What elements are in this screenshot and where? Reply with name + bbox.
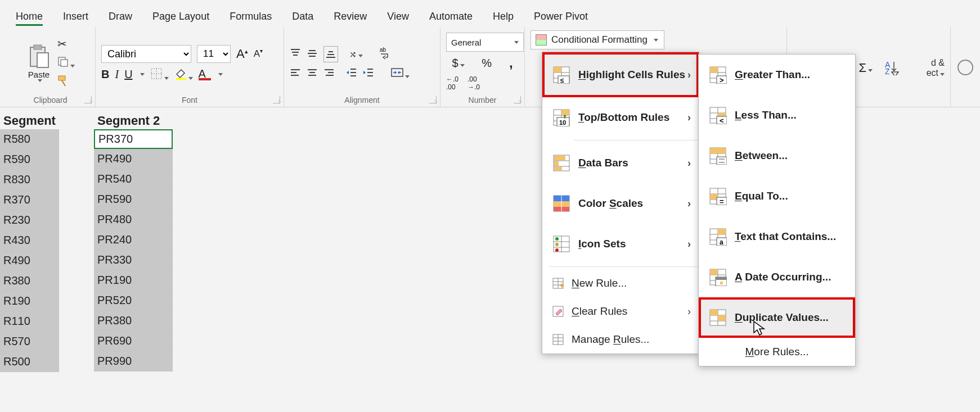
text-contains-icon: a [709, 228, 727, 246]
tab-automate[interactable]: Automate [419, 5, 483, 27]
wrap-text-icon[interactable]: ab [380, 46, 392, 62]
font-color-button[interactable]: A [199, 67, 211, 82]
cell[interactable]: PR480 [94, 210, 173, 230]
tab-power-pivot[interactable]: Power Pivot [524, 5, 598, 27]
column-segment-1: Segment 1 R580 R590 R830 R370 R230 R430 … [0, 112, 59, 372]
cell[interactable]: PR240 [94, 230, 173, 250]
menu-color-scales[interactable]: Color Scales› [542, 183, 699, 224]
menu-more-rules[interactable]: More Rules... [699, 338, 855, 366]
cell[interactable]: PR990 [94, 351, 173, 372]
menu-new-rule[interactable]: ✦ New Rule... [542, 269, 699, 297]
manage-rules-icon [552, 334, 564, 345]
decrease-decimal-icon[interactable]: .00→.0 [467, 75, 480, 91]
cell[interactable]: PR690 [94, 331, 173, 351]
bold-button[interactable]: B [101, 68, 109, 81]
align-middle-icon[interactable] [307, 48, 318, 61]
format-painter-icon[interactable] [57, 75, 75, 89]
align-top-icon[interactable] [290, 48, 301, 61]
menu-less-than[interactable]: < Less Than... [699, 95, 855, 135]
data-bars-icon [552, 154, 570, 172]
tab-insert[interactable]: Insert [53, 5, 98, 27]
cell[interactable]: R380 [0, 271, 59, 291]
cell[interactable]: PR520 [94, 291, 173, 311]
cell[interactable]: PR590 [94, 189, 173, 210]
alignment-launcher[interactable] [429, 96, 437, 103]
menu-manage-rules[interactable]: Manage Rules... [542, 325, 699, 354]
align-bottom-icon[interactable] [323, 46, 338, 62]
align-right-icon[interactable] [323, 67, 335, 80]
menu-equal-to[interactable]: = Equal To... [699, 176, 855, 216]
number-format-select[interactable]: General [446, 33, 524, 52]
cell[interactable]: PR380 [94, 311, 173, 331]
menu-top-bottom-rules[interactable]: 10 Top/Bottom Rules› [542, 97, 699, 138]
borders-button[interactable] [150, 67, 169, 82]
cut-icon[interactable]: ✂ [57, 37, 75, 51]
currency-button[interactable]: $ [452, 57, 464, 70]
cell[interactable]: R490 [0, 251, 59, 271]
align-left-icon[interactable] [290, 67, 301, 80]
cell[interactable]: R430 [0, 230, 59, 251]
menu-between[interactable]: Between... [699, 135, 855, 176]
comma-button[interactable]: , [509, 55, 513, 71]
menu-icon-sets[interactable]: Icon Sets› [542, 224, 699, 264]
cell[interactable]: R370 [0, 190, 59, 210]
cell[interactable]: PR190 [94, 270, 173, 291]
font-name-select[interactable]: Calibri [101, 45, 191, 63]
cell[interactable]: R230 [0, 210, 59, 230]
tab-formulas[interactable]: Formulas [219, 5, 282, 27]
menu-greater-than[interactable]: > Greater Than... [699, 55, 855, 95]
cell[interactable]: R190 [0, 291, 59, 311]
decrease-indent-icon[interactable] [346, 67, 357, 80]
conditional-formatting-button[interactable]: Conditional Formatting [531, 30, 664, 49]
menu-text-contains[interactable]: a Text that Contains... [699, 216, 855, 257]
cell[interactable]: R590 [0, 150, 59, 170]
svg-rect-2 [37, 53, 48, 67]
tab-view[interactable]: View [377, 5, 419, 27]
percent-button[interactable]: % [482, 57, 492, 70]
tab-help[interactable]: Help [483, 5, 524, 27]
addins-icon[interactable] [956, 58, 974, 78]
svg-rect-65 [554, 167, 562, 170]
decrease-font-icon[interactable]: A▾ [254, 48, 263, 60]
cell[interactable]: R500 [0, 352, 59, 372]
font-launcher[interactable] [273, 96, 280, 103]
merge-center-icon[interactable] [391, 67, 410, 80]
menu-highlight-cells-rules[interactable]: ≤ Highlight Cells Rules› [542, 52, 699, 97]
duplicate-values-icon [709, 309, 727, 327]
paste-button[interactable]: Paste [26, 44, 52, 82]
number-launcher[interactable] [514, 96, 521, 103]
sort-filter-button[interactable]: AZ [884, 60, 900, 77]
font-size-select[interactable]: 11 [197, 45, 231, 63]
underline-button[interactable]: U [124, 68, 132, 81]
tab-review[interactable]: Review [323, 5, 377, 27]
group-partial-right: d & ect [905, 27, 950, 107]
cell[interactable]: R570 [0, 332, 59, 352]
cell[interactable]: PR330 [94, 250, 173, 270]
fill-color-button[interactable] [174, 67, 193, 82]
clipboard-launcher[interactable] [84, 96, 92, 103]
tab-data[interactable]: Data [282, 5, 323, 27]
cell[interactable]: PR540 [94, 169, 173, 189]
cell[interactable]: R830 [0, 170, 59, 190]
italic-button[interactable]: I [115, 68, 119, 81]
active-cell[interactable]: PR370 [94, 129, 173, 149]
menu-data-bars[interactable]: Data Bars› [542, 143, 699, 183]
tab-page-layout[interactable]: Page Layout [142, 5, 219, 27]
align-center-icon[interactable] [307, 67, 318, 80]
svg-rect-122 [718, 229, 726, 234]
increase-indent-icon[interactable] [363, 67, 374, 80]
increase-font-icon[interactable]: A▴ [236, 47, 248, 61]
orientation-icon[interactable]: ⤭ [349, 49, 363, 60]
increase-decimal-icon[interactable]: ←.0.00 [446, 75, 458, 91]
tab-draw[interactable]: Draw [98, 5, 142, 27]
menu-duplicate-values[interactable]: Duplicate Values... [699, 297, 855, 338]
menu-clear-rules[interactable]: Clear Rules› [542, 297, 699, 325]
cell[interactable]: R110 [0, 311, 59, 332]
autosum-button[interactable]: Σ [858, 61, 873, 75]
tab-home[interactable]: Home [6, 5, 53, 27]
cell[interactable]: PR490 [94, 149, 173, 169]
menu-date-occurring[interactable]: A Date Occurring... [699, 257, 855, 297]
svg-point-76 [555, 243, 559, 246]
cell[interactable]: R580 [0, 129, 59, 150]
copy-icon[interactable] [57, 56, 75, 69]
